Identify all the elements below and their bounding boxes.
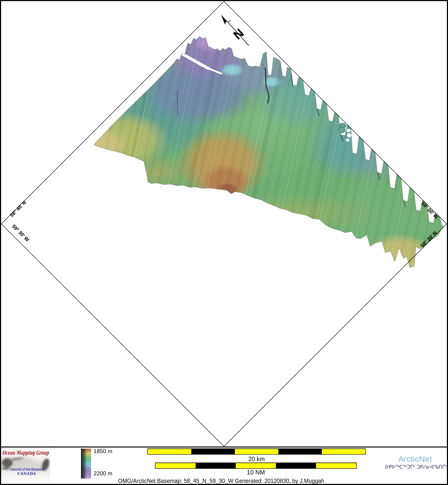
panel-separator [1,446,447,447]
basemap-caption: OMG/ArcticNet Basemap: 58_45_N_59_30_W G… [118,477,324,484]
omg-logo-title: Ocean Mapping Group [2,450,49,456]
arcticnet-name: ArcticNet [398,454,432,463]
colorbar-top-label: 1850 m [94,448,112,454]
scalebar-nm [155,462,357,469]
omg-logo-country: CANADA [17,471,36,476]
omg-logo-university: University of New Brunswick [10,467,44,471]
arcticnet-inuktitut: ᐅᑭᐅᖅᑕᖅᑐᒥᒃ ᑐᑭᓯᓂᐊᖃᑎᒌᑦ [385,464,447,470]
omg-logo: Ocean Mapping Group University of New Br… [0,447,50,484]
scalebar-km-label: 20 km [248,455,265,462]
scalebar-km [147,448,366,454]
colorbar-bottom-label: 2200 m [94,470,112,477]
scalebar-nm-label: 10 NM [247,469,265,476]
basemap-image: N 58° 45' N 59° 30' W 59° 00' W 58° 30' … [0,0,448,485]
